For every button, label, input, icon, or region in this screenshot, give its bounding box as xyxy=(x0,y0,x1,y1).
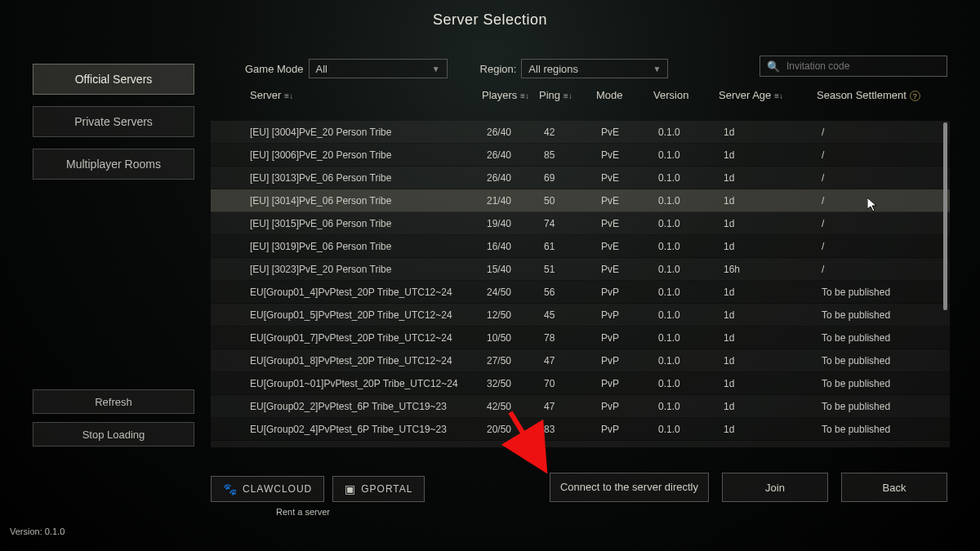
players-count: 20/50 xyxy=(487,424,544,435)
server-row[interactable]: [EU] [3019]PvE_06 Person Tribe16/4061PvE… xyxy=(211,235,950,258)
game-mode-select[interactable]: All ▼ xyxy=(309,59,448,78)
season-value: / xyxy=(822,172,944,184)
server-name: EU[Group01_4]PvPtest_20P Tribe_UTC12~24 xyxy=(250,287,487,298)
players-count: 42/50 xyxy=(487,401,544,412)
ping-value: 74 xyxy=(544,218,601,229)
scrollbar[interactable] xyxy=(943,122,947,310)
chevron-down-icon: ▼ xyxy=(432,64,440,73)
page-title: Server Selection xyxy=(0,0,980,29)
age-value: 1d xyxy=(724,378,822,389)
header-players[interactable]: Players≡↓ xyxy=(482,89,539,101)
sort-icon: ≡↓ xyxy=(564,91,572,100)
age-value: 1d xyxy=(724,424,822,435)
server-name: EU[Group01_7]PvPtest_20P Tribe_UTC12~24 xyxy=(250,332,487,344)
invitation-code-field[interactable]: 🔍 xyxy=(760,56,947,77)
mode-value: PvE xyxy=(601,241,658,252)
age-value: 1d xyxy=(724,218,822,229)
age-value: 1d xyxy=(724,287,822,298)
invitation-code-input[interactable] xyxy=(786,60,940,72)
players-count: 12/50 xyxy=(487,309,544,321)
server-row[interactable]: [EU] [3013]PvE_06 Person Tribe26/4069PvE… xyxy=(211,167,950,189)
ping-value: 85 xyxy=(544,149,601,161)
server-row[interactable]: [EU] [3014]PvE_06 Person Tribe21/4050PvE… xyxy=(211,189,950,212)
age-value: 1d xyxy=(724,447,822,448)
gportal-button[interactable]: ▣ GPORTAL xyxy=(332,476,425,502)
season-value: To be published xyxy=(822,401,944,412)
server-name: EU[Group02_2]PvPtest_6P Tribe_UTC19~23 xyxy=(250,401,487,412)
players-count: 27/50 xyxy=(487,355,544,367)
game-mode-label: Game Mode xyxy=(245,63,304,75)
players-count: 24/50 xyxy=(487,287,544,298)
version-value: 0.1.0 xyxy=(658,378,724,389)
header-mode[interactable]: Mode xyxy=(596,89,653,101)
back-button[interactable]: Back xyxy=(841,473,947,502)
header-version[interactable]: Version xyxy=(653,89,719,101)
season-value: / xyxy=(822,241,944,252)
server-row[interactable]: EU[Group01_7]PvPtest_20P Tribe_UTC12~241… xyxy=(211,327,950,349)
server-row[interactable]: [EU] [3015]PvE_06 Person Tribe19/4074PvE… xyxy=(211,212,950,235)
server-row[interactable]: EU[Group02_2]PvPtest_6P Tribe_UTC19~2342… xyxy=(211,395,950,418)
mode-value: PvP xyxy=(601,309,658,321)
ping-value: 47 xyxy=(544,401,601,412)
server-row[interactable]: EU[Group01_4]PvPtest_20P Tribe_UTC12~242… xyxy=(211,281,950,304)
region-select[interactable]: All regions ▼ xyxy=(521,59,668,78)
sort-icon: ≡↓ xyxy=(774,91,783,100)
players-count: 26/40 xyxy=(487,127,544,138)
ping-value: 47 xyxy=(544,355,601,367)
age-value: 1d xyxy=(724,401,822,412)
version-value: 0.1.0 xyxy=(658,332,724,344)
mode-value: PvE xyxy=(601,218,658,229)
header-server[interactable]: Server≡↓ xyxy=(245,89,482,101)
version-value: 0.1.0 xyxy=(658,424,724,435)
mode-value: PvE xyxy=(601,127,658,138)
server-name: EU[Group02_5]PvPtest_6P Tribe_UTC19~23 xyxy=(250,447,487,448)
server-row[interactable]: [EU] [3023]PvE_20 Person Tribe15/4051PvE… xyxy=(211,258,950,281)
help-icon[interactable]: ? xyxy=(910,91,920,101)
mode-value: PvE xyxy=(601,149,658,161)
action-row: Connect to the server directly Join Back xyxy=(550,473,947,502)
server-row[interactable]: [EU] [3006]PvE_20 Person Tribe26/4085PvE… xyxy=(211,144,950,167)
clawcloud-button[interactable]: 🐾 CLAWCLOUD xyxy=(211,476,324,502)
header-season[interactable]: Season Settlement? xyxy=(817,89,939,101)
version-value: 0.1.0 xyxy=(658,241,724,252)
refresh-button[interactable]: Refresh xyxy=(33,389,194,414)
header-ping[interactable]: Ping≡↓ xyxy=(539,89,596,101)
ping-value: 78 xyxy=(544,332,601,344)
version-value: 0.1.0 xyxy=(658,287,724,298)
rent-server-link[interactable]: Rent a server xyxy=(276,507,330,517)
sort-icon: ≡↓ xyxy=(284,91,293,100)
players-count: 15/40 xyxy=(487,264,544,275)
stop-loading-button[interactable]: Stop Loading xyxy=(33,422,194,447)
mode-value: PvE xyxy=(601,195,658,207)
version-value: 0.1.0 xyxy=(658,264,724,275)
season-value: / xyxy=(822,218,944,229)
server-row[interactable]: EU[Group01_5]PvPtest_20P Tribe_UTC12~241… xyxy=(211,304,950,327)
players-count: 32/50 xyxy=(487,378,544,389)
mode-value: PvP xyxy=(601,424,658,435)
sidebar-tab-0[interactable]: Official Servers xyxy=(33,64,194,95)
version-value: 0.1.0 xyxy=(658,127,724,138)
server-row[interactable]: [EU] [3004]PvE_20 Person Tribe26/4042PvE… xyxy=(211,121,950,144)
server-row[interactable]: EU[Group01_8]PvPtest_20P Tribe_UTC12~242… xyxy=(211,349,950,372)
server-row[interactable]: EU[Group01~01]PvPtest_20P Tribe_UTC12~24… xyxy=(211,372,950,395)
sidebar-tab-2[interactable]: Multiplayer Rooms xyxy=(33,149,194,180)
season-value: / xyxy=(822,264,944,275)
mode-value: PvP xyxy=(601,355,658,367)
version-value: 0.1.0 xyxy=(658,149,724,161)
season-value: / xyxy=(822,127,944,138)
server-row[interactable]: EU[Group02_4]PvPtest_6P Tribe_UTC19~2320… xyxy=(211,418,950,441)
server-name: [EU] [3015]PvE_06 Person Tribe xyxy=(250,218,487,229)
region-label: Region: xyxy=(480,63,517,75)
players-count: 10/50 xyxy=(487,332,544,344)
server-table: [EU] [3004]PvE_20 Person Tribe26/4042PvE… xyxy=(211,121,950,447)
version-value: 0.1.0 xyxy=(658,218,724,229)
age-value: 1d xyxy=(724,172,822,184)
ping-value: 61 xyxy=(544,241,601,252)
server-row[interactable]: EU[Group02_5]PvPtest_6P Tribe_UTC19~2326… xyxy=(211,441,950,447)
ping-value: 69 xyxy=(544,172,601,184)
join-button[interactable]: Join xyxy=(722,473,828,502)
sidebar-tab-1[interactable]: Private Servers xyxy=(33,106,194,137)
connect-direct-button[interactable]: Connect to the server directly xyxy=(550,473,709,502)
server-name: [EU] [3014]PvE_06 Person Tribe xyxy=(250,195,487,207)
header-age[interactable]: Server Age≡↓ xyxy=(719,89,817,101)
